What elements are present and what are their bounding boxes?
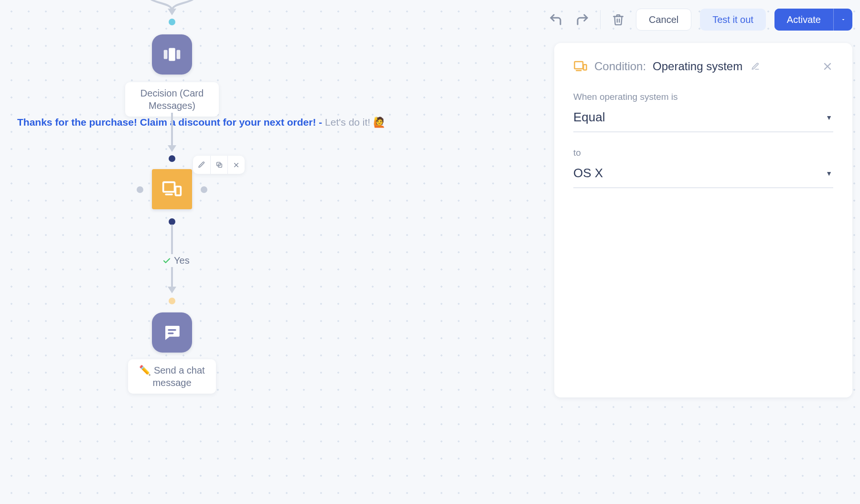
node-delete-button[interactable] xyxy=(227,156,245,174)
branch-label-yes-text: Yes xyxy=(174,255,190,266)
toolbar-separator xyxy=(600,10,601,29)
svg-rect-6 xyxy=(164,50,168,59)
edit-condition-name-button[interactable] xyxy=(751,62,760,71)
devices-icon xyxy=(161,179,183,200)
card-caption: Thanks for the purchase! Claim a discoun… xyxy=(17,117,386,128)
condition-name: Operating system xyxy=(653,60,742,73)
test-button[interactable]: Test it out xyxy=(700,9,766,31)
undo-button[interactable] xyxy=(547,11,565,29)
svg-rect-0 xyxy=(575,62,583,69)
delete-button[interactable] xyxy=(609,11,627,29)
connector-dot xyxy=(169,19,175,25)
svg-rect-15 xyxy=(168,329,176,331)
operator-select[interactable]: Equal ▼ xyxy=(573,105,833,132)
arrowhead-icon xyxy=(168,9,176,15)
condition-node[interactable] xyxy=(152,169,192,209)
decision-node[interactable] xyxy=(152,34,192,75)
connector-line xyxy=(171,113,173,146)
node-anchor-right[interactable] xyxy=(201,186,207,193)
value-label: to xyxy=(573,148,833,158)
connector-dot xyxy=(169,298,175,304)
operator-value: Equal xyxy=(573,110,605,125)
node-duplicate-button[interactable] xyxy=(210,156,227,174)
svg-rect-9 xyxy=(175,187,181,195)
node-edit-button[interactable] xyxy=(193,156,210,174)
value-caret-icon: ▼ xyxy=(826,170,832,177)
devices-icon xyxy=(573,59,588,74)
cancel-button[interactable]: Cancel xyxy=(636,9,691,31)
chat-node-label-text: Send a chat message xyxy=(152,365,204,388)
svg-rect-5 xyxy=(169,48,175,61)
chat-node[interactable] xyxy=(152,312,192,353)
top-toolbar: Cancel Test it out Activate xyxy=(547,9,852,31)
connector-dot xyxy=(169,218,175,225)
branch-label-yes: Yes xyxy=(160,254,193,267)
activate-button-group: Activate xyxy=(774,9,852,31)
operator-label: When operating system is xyxy=(573,92,833,102)
decision-node-label: Decision (Card Messages) xyxy=(125,82,219,117)
activate-button[interactable]: Activate xyxy=(774,9,833,31)
pencil-emoji-icon: ✏️ xyxy=(139,365,151,375)
activate-dropdown[interactable] xyxy=(833,9,852,31)
cards-icon xyxy=(161,43,183,65)
chat-node-label: ✏️ Send a chat message xyxy=(128,359,216,394)
close-panel-button[interactable] xyxy=(822,61,833,72)
condition-prefix: Condition: xyxy=(594,60,646,73)
condition-panel: Condition: Operating system When operati… xyxy=(554,43,852,397)
arrowhead-icon xyxy=(168,287,176,293)
connector-dot xyxy=(169,155,175,162)
chat-icon xyxy=(162,322,182,343)
svg-rect-7 xyxy=(177,50,181,59)
panel-header: Condition: Operating system xyxy=(573,59,833,74)
value-value: OS X xyxy=(573,166,603,181)
operator-caret-icon: ▼ xyxy=(826,114,832,121)
svg-rect-1 xyxy=(583,64,586,70)
arrowhead-icon xyxy=(168,145,176,152)
value-select[interactable]: OS X ▼ xyxy=(573,161,833,188)
card-caption-light: Let's do it! 🙋 xyxy=(325,117,386,128)
svg-rect-8 xyxy=(163,182,175,192)
node-anchor-left[interactable] xyxy=(137,186,143,193)
node-action-toolbar xyxy=(193,156,245,174)
redo-button[interactable] xyxy=(573,11,591,29)
svg-rect-16 xyxy=(168,332,173,334)
